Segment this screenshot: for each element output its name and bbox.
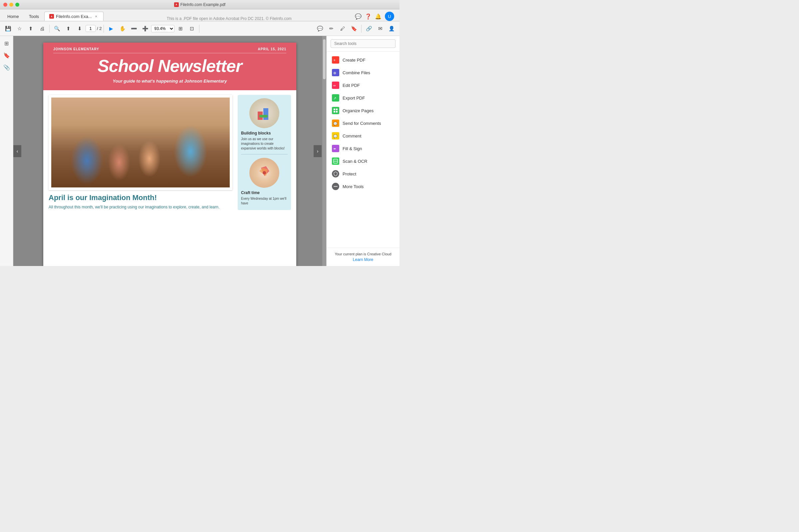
toolbar-divider-1: [49, 25, 50, 33]
tool-export-pdf[interactable]: ↗ Export PDF: [327, 92, 400, 104]
help-icon[interactable]: ❓: [365, 13, 372, 20]
organize-pages-icon: [332, 107, 339, 114]
fit-page-button[interactable]: ⊞: [175, 23, 186, 34]
upload-button[interactable]: ⬆: [25, 23, 36, 34]
svg-point-18: [335, 186, 336, 187]
newsletter-body: April is our Imagination Month! All thro…: [43, 90, 296, 215]
craft-time-image: [249, 158, 279, 188]
svg-point-3: [263, 171, 266, 174]
newsletter-meta: JOHNSON ELEMENTARY APRIL 15, 2021: [53, 47, 286, 53]
svg-text:⊕: ⊕: [333, 71, 336, 75]
toolbar: 💾 ☆ ⬆ 🖨 🔍 ⬆ ⬇ / 2 ▶ ✋ ➖ ➕ 93.4% 100% 75%…: [0, 21, 400, 36]
tool-label: Export PDF: [343, 96, 365, 100]
scroll-thumb[interactable]: [323, 39, 326, 79]
svg-rect-1: [263, 108, 268, 120]
tool-scan-ocr[interactable]: Scan & OCR: [327, 155, 400, 168]
building-blocks-title: Building blocks: [241, 131, 288, 135]
tab-pdf-icon: A: [49, 14, 54, 19]
tab-close-button[interactable]: ×: [94, 14, 98, 19]
sidebar-pages-icon[interactable]: ⊞: [2, 39, 11, 48]
page-total: / 2: [97, 26, 101, 31]
newsletter-date: APRIL 15, 2021: [258, 47, 286, 51]
window-controls[interactable]: [3, 3, 19, 7]
more-tools-icon: [332, 183, 339, 190]
imagination-text: All throughout this month, we'll be prac…: [49, 204, 232, 210]
scroll-bar[interactable]: [322, 36, 326, 266]
tab-label: FileInfo.com Exa...: [56, 14, 92, 19]
next-page-button[interactable]: ⬇: [74, 23, 85, 34]
tool-label: Send for Comments: [343, 121, 381, 126]
building-blocks-text: Join us as we use our imaginations to cr…: [241, 137, 288, 151]
tool-fill-sign[interactable]: ✒ Fill & Sign: [327, 142, 400, 155]
chat-icon[interactable]: 💬: [355, 13, 362, 20]
combine-files-icon: ⊕: [332, 69, 339, 76]
toolbar-right-area: 💬 ✏ 🖊 🔖 🔗 ✉ 👤: [315, 23, 397, 34]
print-button[interactable]: 🖨: [37, 23, 47, 34]
nav-prev-arrow[interactable]: ‹: [13, 145, 21, 157]
select-tool-button[interactable]: ▶: [106, 23, 116, 34]
comment-toolbar-button[interactable]: 💬: [315, 23, 325, 34]
craft-time-title: Craft time: [241, 190, 288, 195]
notifications-icon[interactable]: 🔔: [375, 13, 382, 20]
save-button[interactable]: 💾: [3, 23, 13, 34]
highlight-button[interactable]: 🖊: [337, 23, 348, 34]
toolbar-divider-2: [103, 25, 104, 33]
tab-bar: Home Tools A FileInfo.com Exa... × This …: [0, 9, 400, 21]
email-button[interactable]: ✉: [375, 23, 385, 34]
newsletter-right-col: Building blocks Join us as we use our im…: [238, 95, 291, 210]
tool-create-pdf[interactable]: + Create PDF: [327, 54, 400, 66]
tab-tools[interactable]: Tools: [24, 12, 44, 21]
svg-rect-9: [336, 109, 338, 110]
export-pdf-icon: ↗: [332, 94, 339, 101]
photo-placeholder: [51, 97, 230, 187]
tool-label: Protect: [343, 171, 356, 176]
tool-organize-pages[interactable]: Organize Pages: [327, 104, 400, 117]
page-number-input[interactable]: [85, 25, 96, 32]
learn-more-link[interactable]: Learn More: [332, 257, 394, 262]
tool-comment[interactable]: 💬 Comment: [327, 130, 400, 142]
search-tools-input[interactable]: [330, 39, 396, 48]
fit-width-button[interactable]: ⊡: [187, 23, 197, 34]
zoom-select[interactable]: 93.4% 100% 75%: [151, 25, 174, 32]
hand-tool-button[interactable]: ✋: [117, 23, 128, 34]
newsletter-subtitle: Your guide to what's happening at Johnso…: [53, 79, 286, 83]
stamp-button[interactable]: 🔖: [348, 23, 359, 34]
minimize-button[interactable]: [9, 3, 13, 7]
bookmark-button[interactable]: ☆: [14, 23, 25, 34]
maximize-button[interactable]: [15, 3, 19, 7]
svg-rect-11: [336, 111, 338, 113]
zoom-out-button[interactable]: ➖: [129, 23, 139, 34]
tools-panel: + Create PDF ⊕ Combine Files ✏ Edit PDF: [326, 36, 400, 266]
newsletter-title: School Newsletter: [53, 56, 286, 76]
sidebar-attachment-icon[interactable]: 📎: [2, 62, 11, 72]
share-button[interactable]: 👤: [386, 23, 397, 34]
newsletter-left-col: April is our Imagination Month! All thro…: [49, 95, 232, 210]
pencil-button[interactable]: ✏: [326, 23, 337, 34]
link-button[interactable]: 🔗: [364, 23, 374, 34]
prev-page-button[interactable]: ⬆: [63, 23, 74, 34]
svg-point-19: [337, 186, 338, 187]
tool-edit-pdf[interactable]: ✏ Edit PDF: [327, 79, 400, 92]
nav-next-arrow[interactable]: ›: [313, 145, 322, 157]
user-avatar[interactable]: U: [385, 12, 394, 21]
svg-text:✒: ✒: [333, 147, 336, 151]
zoom-in-magnifier-button[interactable]: 🔍: [52, 23, 62, 34]
sidebar-bookmark-icon[interactable]: 🔖: [2, 51, 11, 60]
tab-active-document[interactable]: A FileInfo.com Exa... ×: [44, 12, 103, 21]
svg-rect-2: [259, 115, 268, 117]
current-plan-text: Your current plan is Creative Cloud: [335, 252, 391, 256]
tool-send-for-comments[interactable]: 💬 Send for Comments: [327, 117, 400, 130]
building-blocks-image: [249, 98, 279, 128]
pdf-viewer: ‹ › JOHNSON ELEMENTARY APRIL 15, 2021 Sc…: [13, 36, 326, 266]
edit-pdf-icon: ✏: [332, 81, 339, 89]
left-sidebar: ⊞ 🔖 📎: [0, 36, 13, 266]
tool-label: Fill & Sign: [343, 146, 362, 151]
close-button[interactable]: [3, 3, 7, 7]
tool-protect[interactable]: Protect: [327, 168, 400, 180]
tab-home[interactable]: Home: [3, 12, 24, 21]
tool-combine-files[interactable]: ⊕ Combine Files: [327, 66, 400, 79]
svg-text:✏: ✏: [333, 84, 336, 88]
zoom-in-button[interactable]: ➕: [140, 23, 151, 34]
create-pdf-icon: +: [332, 56, 339, 63]
tool-more-tools[interactable]: More Tools: [327, 180, 400, 193]
